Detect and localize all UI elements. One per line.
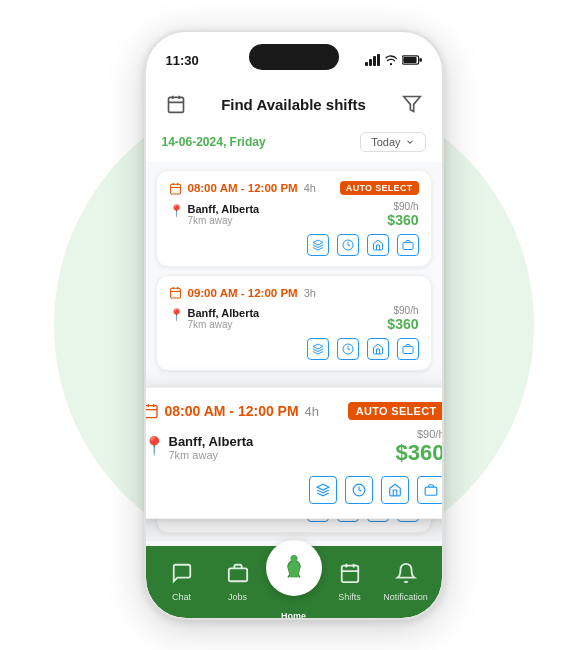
floating-layers-icon[interactable] xyxy=(309,476,337,504)
svg-rect-39 xyxy=(341,566,358,583)
floating-time: 08:00 AM - 12:00 PM xyxy=(165,403,299,419)
svg-rect-21 xyxy=(403,347,413,354)
home-nav-label: Home xyxy=(281,611,306,619)
bottom-navigation: Chat Jobs xyxy=(146,546,442,618)
svg-rect-35 xyxy=(425,487,437,495)
header-title: Find Available shifts xyxy=(221,96,366,113)
shift-2-hours: 3h xyxy=(304,287,316,299)
layers-icon-1[interactable] xyxy=(307,234,329,256)
shift-card-1[interactable]: 08:00 AM - 12:00 PM 4h AUTO SELECT 📍 Ban… xyxy=(156,170,432,267)
auto-select-badge-1: AUTO SELECT xyxy=(340,181,419,195)
status-time: 11:30 xyxy=(166,53,199,68)
svg-marker-19 xyxy=(313,344,323,349)
home-center-button[interactable] xyxy=(266,540,322,596)
nav-item-notification[interactable]: Notification xyxy=(378,562,434,602)
location-pin-1: 📍 xyxy=(169,204,184,218)
phone-content: Find Available shifts 14-06-2024, Friday… xyxy=(146,80,442,618)
briefcase-icon-1[interactable] xyxy=(397,234,419,256)
date-text: 14-06-2024, Friday xyxy=(162,135,266,149)
svg-marker-33 xyxy=(317,484,329,490)
floating-distance: 7km away xyxy=(169,449,254,461)
shift-1-location: Banff, Alberta xyxy=(188,203,260,215)
floating-total: $360 xyxy=(396,440,442,466)
shift-1-total: $360 xyxy=(387,212,418,228)
nav-item-home[interactable]: Home xyxy=(266,540,322,619)
nav-item-shifts[interactable]: Shifts xyxy=(322,562,378,602)
floating-rate: $90/h xyxy=(396,428,442,440)
shift-1-time: 08:00 AM - 12:00 PM xyxy=(188,182,298,194)
home-action-icon-1[interactable] xyxy=(367,234,389,256)
shift-2-time: 09:00 AM - 12:00 PM xyxy=(188,287,298,299)
wifi-icon xyxy=(384,54,398,66)
shift-calendar-icon-2 xyxy=(169,286,182,299)
shift-2-distance: 7km away xyxy=(188,319,260,330)
shift-2-rate: $90/h xyxy=(387,305,418,316)
briefcase-icon-2[interactable] xyxy=(397,338,419,360)
floating-hours: 4h xyxy=(305,404,319,419)
shift-1-hours: 4h xyxy=(304,182,316,194)
jobs-nav-label: Jobs xyxy=(228,592,247,602)
svg-marker-12 xyxy=(313,240,323,245)
today-button[interactable]: Today xyxy=(360,132,425,152)
svg-rect-14 xyxy=(403,243,413,250)
page-background: 11:30 xyxy=(0,0,587,650)
filter-icon[interactable] xyxy=(398,90,426,118)
shifts-nav-icon xyxy=(339,562,361,589)
shift-2-location: Banff, Alberta xyxy=(188,307,260,319)
floating-home-icon[interactable] xyxy=(381,476,409,504)
clock-icon-2[interactable] xyxy=(337,338,359,360)
svg-rect-8 xyxy=(170,184,180,194)
dynamic-island xyxy=(249,44,339,70)
svg-rect-36 xyxy=(228,568,246,581)
shifts-nav-label: Shifts xyxy=(338,592,361,602)
app-header: Find Available shifts xyxy=(146,80,442,128)
location-pin-2: 📍 xyxy=(169,308,184,322)
floating-location: Banff, Alberta xyxy=(169,434,254,449)
status-icons xyxy=(365,54,422,66)
date-row: 14-06-2024, Friday Today xyxy=(146,128,442,162)
svg-rect-2 xyxy=(419,58,422,61)
chat-nav-label: Chat xyxy=(172,592,191,602)
nav-item-chat[interactable]: Chat xyxy=(154,562,210,602)
home-action-icon-2[interactable] xyxy=(367,338,389,360)
svg-rect-3 xyxy=(168,97,183,112)
battery-icon xyxy=(402,54,422,66)
shift-2-total: $360 xyxy=(387,316,418,332)
floating-briefcase-icon[interactable] xyxy=(417,476,442,504)
phone-frame: 11:30 xyxy=(144,30,444,620)
home-btn-figure-icon xyxy=(278,552,310,584)
notification-nav-label: Notification xyxy=(383,592,428,602)
floating-clock-icon[interactable] xyxy=(345,476,373,504)
shifts-list: 08:00 AM - 12:00 PM 4h AUTO SELECT 📍 Ban… xyxy=(146,162,442,541)
svg-rect-1 xyxy=(403,57,416,63)
shift-1-rate: $90/h xyxy=(387,201,418,212)
floating-shift-card[interactable]: 08:00 AM - 12:00 PM 4h AUTO SELECT 📍 Ban… xyxy=(146,387,442,519)
chat-nav-icon xyxy=(171,562,193,589)
layers-icon-2[interactable] xyxy=(307,338,329,360)
nav-item-jobs[interactable]: Jobs xyxy=(210,562,266,602)
floating-location-pin: 📍 xyxy=(146,435,165,457)
shift-1-distance: 7km away xyxy=(188,215,260,226)
calendar-header-icon[interactable] xyxy=(162,90,190,118)
svg-marker-7 xyxy=(403,97,420,112)
svg-rect-29 xyxy=(146,406,157,418)
floating-auto-select-badge: AUTO SELECT xyxy=(348,402,442,420)
shift-card-2[interactable]: 09:00 AM - 12:00 PM 3h 📍 Banff, Alberta … xyxy=(156,275,432,371)
signal-bars-icon xyxy=(365,54,380,66)
shift-calendar-icon xyxy=(169,182,182,195)
svg-point-38 xyxy=(290,555,297,562)
jobs-nav-icon xyxy=(227,562,249,589)
clock-icon-1[interactable] xyxy=(337,234,359,256)
svg-rect-15 xyxy=(170,288,180,298)
notification-nav-icon xyxy=(395,562,417,589)
floating-calendar-icon xyxy=(146,403,159,419)
